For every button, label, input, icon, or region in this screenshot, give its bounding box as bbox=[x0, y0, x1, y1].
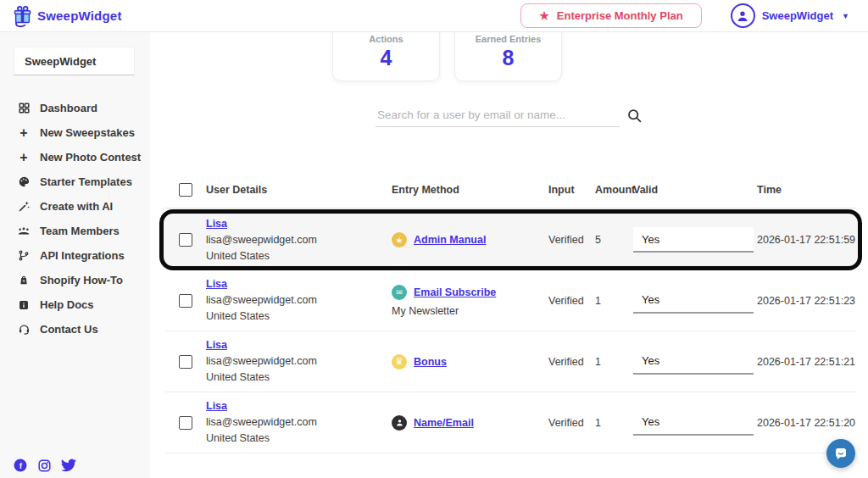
highlighted-row: Lisa lisa@sweepwidget.com United States … bbox=[159, 209, 862, 270]
stat-cards: Actions 4 Earned Entries 8 bbox=[332, 32, 562, 81]
entry-method-link[interactable]: Admin Manual bbox=[414, 234, 486, 246]
person-badge-icon bbox=[392, 415, 407, 431]
valid-input[interactable] bbox=[633, 349, 754, 375]
chevron-down-icon: ▼ bbox=[842, 12, 849, 20]
input-status: Verified bbox=[548, 417, 595, 429]
search-bar bbox=[376, 103, 643, 127]
search-input[interactable] bbox=[376, 103, 620, 127]
sidebar-item-create-with-ai[interactable]: Create with AI bbox=[0, 194, 150, 219]
table-row: Lisa lisa@sweepwidget.com United States … bbox=[165, 270, 856, 331]
user-email: lisa@sweepwidget.com bbox=[206, 292, 392, 308]
plan-button[interactable]: ★ Enterprise Monthly Plan bbox=[520, 3, 701, 28]
stat-label: Earned Entries bbox=[455, 34, 561, 44]
chat-bubble-icon bbox=[833, 446, 849, 461]
stat-card-actions: Actions 4 bbox=[332, 32, 440, 81]
svg-text:s: s bbox=[23, 279, 25, 283]
account-menu[interactable]: SweepWidget ▼ bbox=[731, 3, 849, 28]
entry-time: 2026-01-17 22:51:21 bbox=[757, 356, 856, 368]
user-email: lisa@sweepwidget.com bbox=[206, 353, 392, 370]
plan-button-label: Enterprise Monthly Plan bbox=[557, 9, 683, 22]
entry-method-link[interactable]: Name/Email bbox=[414, 417, 474, 429]
instagram-icon[interactable] bbox=[37, 459, 52, 473]
sidebar-item-new-sweepstakes[interactable]: + New Sweepstakes bbox=[0, 120, 150, 145]
user-email: lisa@sweepwidget.com bbox=[206, 232, 392, 248]
star-badge-icon: ★ bbox=[392, 232, 407, 247]
valid-input[interactable] bbox=[633, 227, 754, 253]
column-header: Time bbox=[757, 184, 856, 196]
entry-method-link[interactable]: Email Subscribe bbox=[414, 286, 496, 298]
facebook-icon[interactable]: f bbox=[13, 458, 28, 473]
entry-time: 2026-01-17 22:51:23 bbox=[757, 295, 856, 307]
main-content: Actions 4 Earned Entries 8 User Details … bbox=[150, 32, 868, 478]
user-email: lisa@sweepwidget.com bbox=[206, 414, 392, 431]
sidebar-item-label: Dashboard bbox=[40, 102, 97, 114]
sidebar-item-label: New Sweepstakes bbox=[40, 126, 135, 139]
sidebar-item-label: Create with AI bbox=[40, 200, 113, 213]
twitter-icon[interactable] bbox=[61, 458, 76, 473]
column-header: Input bbox=[548, 184, 595, 196]
headset-icon bbox=[17, 323, 31, 336]
select-all-checkbox[interactable] bbox=[179, 183, 192, 197]
stat-value: 4 bbox=[333, 46, 439, 70]
plus-icon: + bbox=[17, 153, 31, 163]
team-icon bbox=[17, 225, 31, 237]
sidebar-item-label: Contact Us bbox=[40, 323, 98, 336]
app-logo[interactable]: SweepWidget bbox=[12, 4, 122, 28]
sidebar-item-label: API Integrations bbox=[40, 249, 125, 262]
chat-widget-button[interactable] bbox=[826, 439, 855, 468]
shopify-bag-icon: s bbox=[17, 274, 31, 286]
amount-value: 1 bbox=[595, 295, 633, 307]
sidebar-item-shopify-how-to[interactable]: s Shopify How-To bbox=[0, 268, 150, 292]
row-checkbox[interactable] bbox=[179, 233, 192, 247]
row-checkbox[interactable] bbox=[179, 416, 192, 430]
account-selector[interactable]: SweepWidget bbox=[14, 47, 135, 75]
stat-card-earned-entries: Earned Entries 8 bbox=[454, 32, 562, 81]
user-country: United States bbox=[206, 431, 392, 447]
column-header: User Details bbox=[206, 184, 392, 196]
sidebar-item-label: Shopify How-To bbox=[40, 274, 123, 286]
user-country: United States bbox=[206, 370, 392, 386]
user-name-link[interactable]: Lisa bbox=[206, 218, 227, 230]
input-status: Verified bbox=[548, 295, 595, 307]
sidebar-item-starter-templates[interactable]: Starter Templates bbox=[0, 170, 150, 194]
amount-value: 1 bbox=[595, 356, 633, 368]
valid-input[interactable] bbox=[633, 288, 754, 314]
gift-icon bbox=[12, 4, 34, 28]
sidebar-item-contact-us[interactable]: Contact Us bbox=[0, 317, 150, 342]
stat-value: 8 bbox=[455, 46, 561, 70]
dashboard-icon bbox=[17, 102, 31, 114]
social-links: f bbox=[13, 458, 76, 473]
amount-value: 5 bbox=[595, 234, 633, 246]
input-status: Verified bbox=[548, 356, 595, 368]
user-name-link[interactable]: Lisa bbox=[206, 400, 227, 412]
sidebar-item-help-docs[interactable]: Help Docs bbox=[0, 292, 150, 317]
row-checkbox[interactable] bbox=[179, 355, 192, 369]
avatar bbox=[731, 3, 755, 28]
entry-time: 2026-01-17 22:51:59 bbox=[757, 234, 858, 246]
table-row: Lisa lisa@sweepwidget.com United States … bbox=[164, 214, 858, 266]
sidebar-item-label: Starter Templates bbox=[40, 175, 132, 188]
row-checkbox[interactable] bbox=[179, 294, 192, 308]
envelope-badge-icon: ✉ bbox=[392, 285, 407, 300]
entry-time: 2026-01-17 22:51:20 bbox=[757, 417, 856, 429]
user-name-link[interactable]: Lisa bbox=[206, 278, 227, 290]
search-icon[interactable] bbox=[626, 108, 643, 124]
sidebar-item-new-photo-contest[interactable]: + New Photo Contest bbox=[0, 145, 150, 170]
star-icon: ★ bbox=[539, 9, 549, 22]
entry-method-link[interactable]: Bonus bbox=[414, 356, 447, 368]
top-header: SweepWidget ★ Enterprise Monthly Plan Sw… bbox=[0, 0, 868, 32]
sidebar-item-label: Help Docs bbox=[40, 298, 94, 311]
valid-input[interactable] bbox=[633, 410, 754, 436]
magic-wand-icon bbox=[17, 200, 31, 213]
sidebar-item-label: Team Members bbox=[40, 225, 120, 237]
sidebar: SweepWidget Dashboard + New Sweepstakes … bbox=[0, 32, 150, 478]
table-row: Lisa lisa@sweepwidget.com United States … bbox=[165, 331, 856, 392]
entry-sub-label: My Newsletter bbox=[392, 305, 548, 317]
table-row: Lisa lisa@sweepwidget.com United States … bbox=[165, 392, 856, 453]
sidebar-item-api-integrations[interactable]: API Integrations bbox=[0, 243, 150, 268]
sidebar-item-dashboard[interactable]: Dashboard bbox=[0, 96, 150, 120]
sidebar-item-team-members[interactable]: Team Members bbox=[0, 219, 150, 243]
info-icon bbox=[17, 299, 31, 311]
branch-icon bbox=[17, 249, 31, 262]
user-name-link[interactable]: Lisa bbox=[206, 339, 227, 351]
